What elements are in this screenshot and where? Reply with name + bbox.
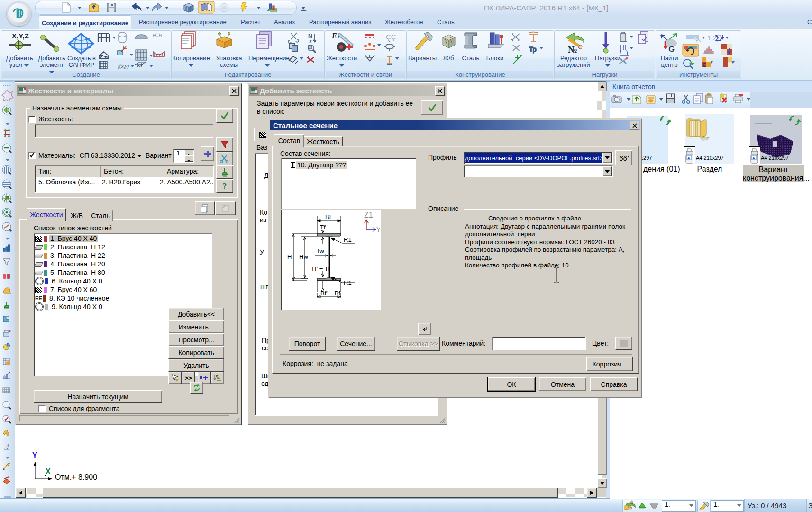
svg-text:A: A bbox=[752, 156, 755, 160]
svg-text:R1: R1 bbox=[344, 236, 352, 243]
svg-text:Tf: Tf bbox=[320, 224, 326, 231]
svg-text:f(x,y): f(x,y) bbox=[118, 63, 129, 69]
svg-text:Y: Y bbox=[32, 451, 37, 459]
svg-text:X,Y,Z: X,Y,Z bbox=[12, 32, 29, 40]
svg-text:Bf: Bf bbox=[325, 213, 331, 220]
svg-text:z: z bbox=[309, 38, 312, 45]
svg-text:Bf' = Bf: Bf' = Bf bbox=[320, 290, 340, 297]
svg-text:Тр: Тр bbox=[529, 46, 537, 53]
svg-text:H: H bbox=[287, 253, 292, 260]
svg-text:G: G bbox=[668, 45, 675, 54]
svg-text:Hw: Hw bbox=[299, 253, 308, 260]
svg-text:Σ: Σ bbox=[715, 33, 721, 43]
svg-text:X: X bbox=[46, 467, 51, 475]
svg-text:Tf' = Tf: Tf' = Tf bbox=[311, 265, 330, 273]
svg-text:ÇÇ: ÇÇ bbox=[386, 33, 396, 41]
svg-text:R1: R1 bbox=[344, 279, 352, 286]
svg-text:A: A bbox=[687, 156, 690, 160]
svg-text:Tw: Tw bbox=[316, 247, 324, 255]
svg-text:Y: Y bbox=[376, 226, 380, 233]
svg-text:№: № bbox=[568, 44, 577, 55]
svg-text:C: C bbox=[703, 62, 706, 68]
svg-text:Отм.+ 8.900: Отм.+ 8.900 bbox=[55, 473, 97, 481]
svg-text:Z1: Z1 bbox=[364, 211, 373, 219]
